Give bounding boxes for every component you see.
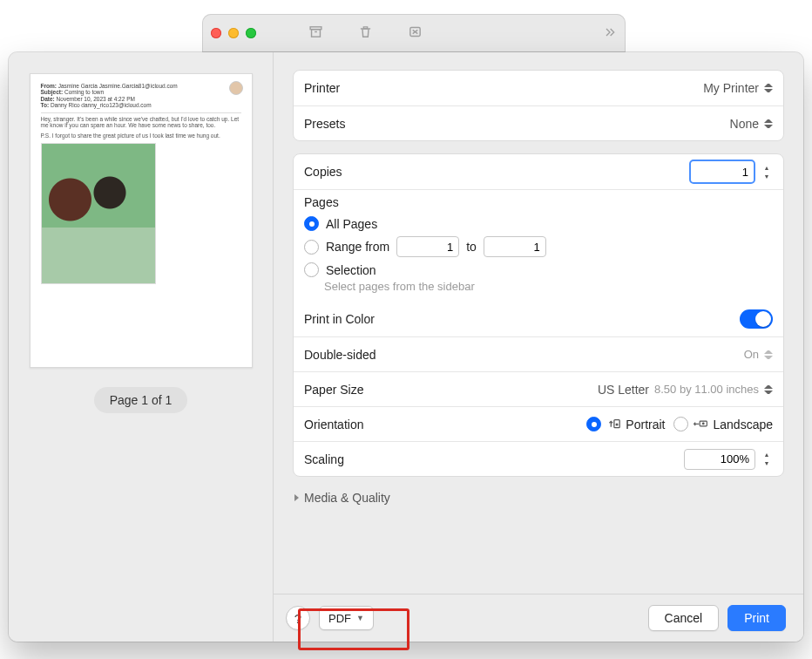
pages-selection-hint: Select pages from the sidebar	[324, 280, 773, 293]
toolbar-icons	[308, 24, 423, 42]
pages-range-to-label: to	[466, 240, 477, 254]
svg-point-9	[703, 423, 705, 425]
scaling-input[interactable]	[684, 449, 755, 470]
row-copies: Copies ▲ ▼	[294, 154, 783, 189]
stepper-up-icon[interactable]: ▲	[761, 163, 773, 172]
trash-icon[interactable]	[358, 24, 373, 42]
radio-all-pages[interactable]	[304, 216, 319, 231]
pdf-menu-button[interactable]: PDF ▼	[319, 606, 374, 630]
svg-point-7	[616, 424, 618, 425]
row-presets[interactable]: Presets None	[294, 105, 783, 140]
orientation-landscape-label: Landscape	[713, 418, 773, 431]
row-scaling: Scaling ▲ ▼	[294, 441, 783, 476]
stepper-down-icon[interactable]: ▼	[761, 172, 773, 180]
row-double-sided[interactable]: Double-sided On	[294, 336, 783, 371]
print-button[interactable]: Print	[727, 605, 786, 631]
copies-input[interactable]	[691, 163, 754, 181]
pages-selection-label: Selection	[326, 263, 376, 277]
help-button[interactable]: ?	[286, 606, 310, 630]
range-to-input[interactable]	[484, 236, 546, 257]
updown-icon	[764, 82, 773, 94]
settings-pane: Printer My Printer Presets None	[274, 52, 803, 642]
svg-rect-1	[312, 30, 321, 37]
updown-icon	[764, 118, 773, 130]
print-in-color-toggle[interactable]	[740, 309, 773, 329]
pages-range-label: Range from	[326, 240, 389, 254]
preview-pane: From: Jasmine Garcia Jasmine.Garcia81@ic…	[9, 52, 274, 642]
dialog-footer: ? PDF ▼ Cancel Print	[274, 594, 803, 642]
pages-option-selection[interactable]: Selection	[304, 260, 773, 280]
radio-landscape[interactable]	[673, 417, 688, 431]
pdf-label: PDF	[328, 612, 351, 625]
printer-value: My Printer	[703, 81, 759, 95]
copies-stepper-buttons[interactable]: ▲ ▼	[761, 163, 773, 180]
paper-size-label: Paper Size	[304, 383, 363, 397]
app-toolbar	[202, 14, 626, 52]
updown-icon	[764, 349, 773, 361]
presets-label: Presets	[304, 117, 345, 131]
toolbar-overflow-icon[interactable]	[603, 26, 617, 41]
scaling-label: Scaling	[304, 452, 344, 466]
thumb-from: From: Jasmine Garcia Jasmine.Garcia81@ic…	[41, 83, 241, 89]
thumb-body1: Hey, stranger. It's been a while since w…	[41, 116, 241, 129]
thumb-to: To: Danny Rico danny_rico123@icloud.com	[41, 102, 241, 108]
range-from-input[interactable]	[396, 236, 459, 257]
double-sided-value: On	[744, 348, 759, 361]
media-quality-label: Media & Quality	[304, 491, 390, 505]
orientation-label: Orientation	[304, 418, 363, 431]
paper-size-value: US Letter	[598, 383, 649, 397]
archive-icon[interactable]	[308, 24, 323, 42]
chevron-down-icon: ▼	[356, 614, 364, 622]
paper-size-dims: 8.50 by 11.00 inches	[654, 383, 759, 396]
print-dialog: From: Jasmine Garcia Jasmine.Garcia81@ic…	[9, 52, 803, 642]
scaling-stepper-buttons[interactable]: ▲ ▼	[761, 451, 773, 468]
thumb-date: Date: November 10, 2023 at 4:22 PM	[41, 96, 241, 102]
double-sided-label: Double-sided	[304, 348, 376, 362]
cancel-button[interactable]: Cancel	[648, 605, 720, 631]
row-orientation: Orientation Portrait	[294, 406, 783, 441]
stepper-down-icon[interactable]: ▼	[761, 459, 773, 468]
pages-label: Pages	[304, 195, 773, 209]
row-paper-size[interactable]: Paper Size US Letter 8.50 by 11.00 inche…	[294, 371, 783, 406]
junk-icon[interactable]	[408, 24, 423, 42]
radio-selection[interactable]	[304, 262, 319, 277]
printer-label: Printer	[304, 81, 340, 95]
disclosure-media-quality[interactable]: Media & Quality	[293, 489, 784, 505]
copies-stepper[interactable]	[689, 160, 755, 184]
orientation-portrait-label: Portrait	[626, 418, 665, 431]
copies-label: Copies	[304, 165, 342, 179]
updown-icon	[764, 384, 773, 396]
page-thumbnail[interactable]: From: Jasmine Garcia Jasmine.Garcia81@ic…	[30, 73, 253, 368]
radio-range[interactable]	[304, 240, 319, 255]
thumb-body2: P.S. I forgot to share the great picture…	[41, 132, 241, 139]
orientation-landscape[interactable]: Landscape	[673, 417, 773, 431]
traffic-close-icon[interactable]	[211, 28, 221, 38]
card-settings: Copies ▲ ▼ Pages	[293, 153, 784, 477]
traffic-zoom-icon[interactable]	[246, 28, 256, 38]
radio-portrait[interactable]	[586, 417, 601, 431]
page-indicator: Page 1 of 1	[94, 387, 188, 413]
pages-option-all[interactable]: All Pages	[304, 214, 773, 234]
row-print-in-color: Print in Color	[294, 302, 783, 336]
row-printer[interactable]: Printer My Printer	[294, 71, 783, 105]
pages-option-range[interactable]: Range from to	[304, 234, 773, 260]
portrait-icon	[606, 418, 621, 431]
orientation-portrait[interactable]: Portrait	[586, 417, 665, 431]
thumb-photo	[41, 143, 156, 284]
print-in-color-label: Print in Color	[304, 312, 375, 326]
row-pages: Pages All Pages Range from to	[294, 189, 783, 302]
card-printer-presets: Printer My Printer Presets None	[293, 70, 784, 141]
landscape-icon	[693, 418, 708, 431]
chevron-right-icon	[294, 494, 299, 501]
stepper-up-icon[interactable]: ▲	[761, 451, 773, 459]
help-icon: ?	[294, 611, 301, 626]
thumb-subject: Subject: Coming to town	[41, 89, 241, 95]
window-traffic-lights	[211, 28, 256, 38]
pages-all-label: All Pages	[326, 217, 377, 231]
presets-value: None	[730, 117, 759, 131]
traffic-minimize-icon[interactable]	[228, 28, 239, 38]
avatar-icon	[229, 81, 243, 95]
